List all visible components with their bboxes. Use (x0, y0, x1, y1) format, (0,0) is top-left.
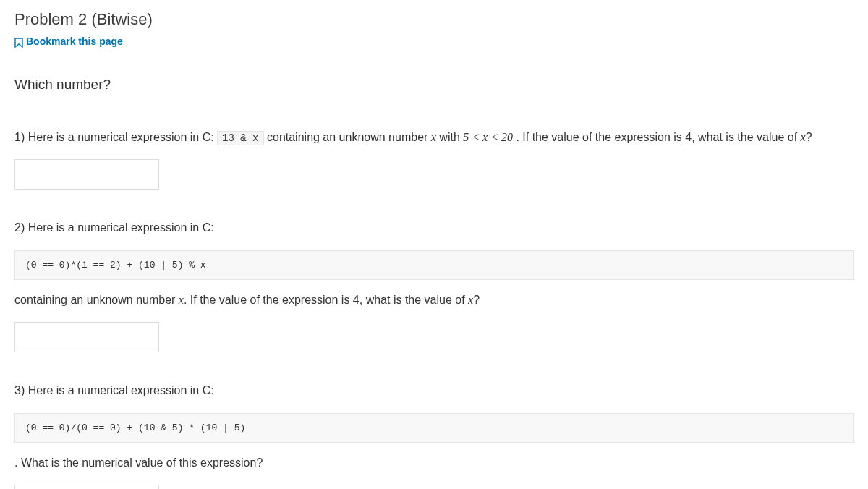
q3-code-block: (0 == 0)/(0 == 0) + (10 & 5) * (10 | 5) (14, 413, 854, 443)
q2-follow-mid1: . If the value of the expression is (184, 294, 353, 306)
q2-follow-prefix: containing an unknown number (14, 294, 179, 306)
q2-code-block: (0 == 0)*(1 == 2) + (10 | 5) % x (14, 250, 854, 281)
q1-mid1: containing an unknown number (264, 131, 431, 143)
q2-follow-suffix: ? (473, 294, 480, 306)
bookmark-icon (14, 37, 23, 47)
q1-mid4: , what is the value of (692, 131, 800, 143)
question-2-intro: 2) Here is a numerical expression in C: (14, 218, 854, 237)
answer-input-3[interactable] (14, 485, 159, 489)
q1-var1: x (431, 131, 436, 143)
q1-var2: x (801, 131, 806, 143)
q1-mid3: . If the value of the expression is (513, 131, 685, 143)
question-1-text: 1) Here is a numerical expression in C: … (14, 128, 854, 147)
question-3-followup: . What is the numerical value of this ex… (14, 454, 854, 472)
bookmark-label: Bookmark this page (26, 34, 123, 49)
q1-suffix: ? (806, 131, 812, 143)
section-heading: Which number? (14, 75, 854, 95)
q1-code: 13 & x (217, 131, 263, 145)
problem-title: Problem 2 (Bitwise) (14, 7, 854, 31)
bookmark-link[interactable]: Bookmark this page (14, 34, 123, 49)
q1-prefix: 1) Here is a numerical expression in C: (14, 131, 217, 143)
answer-input-2[interactable] (14, 322, 159, 352)
q1-val: 4 (685, 131, 692, 143)
q2-follow-mid2: , what is the value of (359, 294, 468, 306)
q2-val: 4 (353, 294, 359, 306)
q1-mid2: with (436, 131, 463, 143)
question-3-intro: 3) Here is a numerical expression in C: (14, 381, 854, 400)
question-2-followup: containing an unknown number x. If the v… (14, 292, 854, 309)
q2-var1: x (179, 294, 184, 306)
q1-range: 5 < x < 20 (463, 131, 513, 143)
answer-input-1[interactable] (14, 159, 159, 190)
